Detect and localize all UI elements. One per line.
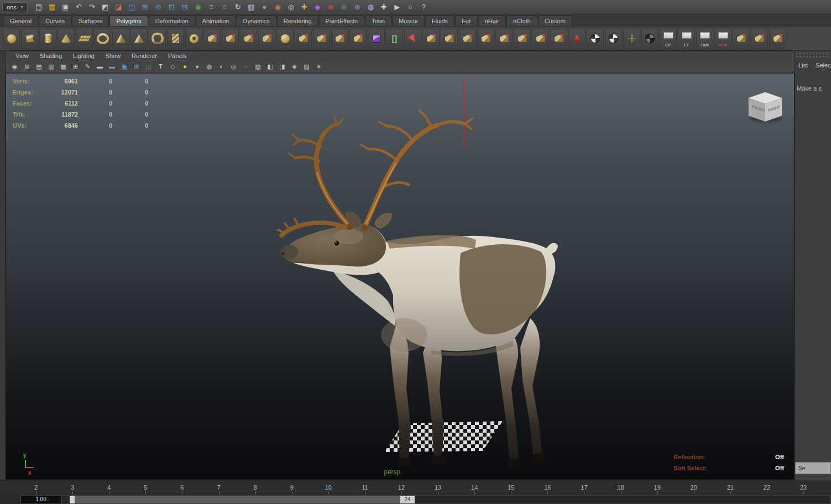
toolbar-render-settings-button[interactable]: ◎: [285, 2, 297, 13]
toolbar-symmetry-x-button[interactable]: ⊕: [325, 2, 337, 13]
panel-drag-handle[interactable]: [796, 56, 830, 57]
shelf-quadrangulate-button[interactable]: [331, 29, 348, 49]
tab-toon[interactable]: Toon: [365, 15, 391, 26]
toolbar-open-render-view-button[interactable]: ▥: [245, 2, 258, 13]
time-slider[interactable]: 2 3 4 5 6 7 8: [0, 480, 831, 494]
shelf-ft-button[interactable]: FT: [678, 29, 695, 49]
frame-tick[interactable]: 22: [749, 480, 785, 494]
shelf-offset-edge-loop-button[interactable]: [532, 29, 549, 49]
current-time-field[interactable]: 1.00: [21, 496, 61, 503]
shelf-triangulate-button[interactable]: [313, 29, 330, 49]
panel-menu-lighting[interactable]: Lighting: [67, 53, 100, 59]
shelf-clipboard-axis-button[interactable]: [623, 29, 640, 49]
shelf-cut-faces-button[interactable]: [477, 29, 494, 49]
shelf-poly-plane-button[interactable]: [76, 29, 93, 49]
panel-menu-show[interactable]: Show: [100, 53, 127, 59]
panel-lock-camera-button[interactable]: ⊠: [21, 62, 33, 72]
toolbar-input-connections-button[interactable]: ≡: [205, 2, 218, 13]
range-end-handle[interactable]: 24: [400, 496, 415, 503]
panel-safe-action-button[interactable]: ◫: [143, 62, 154, 72]
toolbar-quick-render-button[interactable]: ●: [258, 2, 271, 13]
panel-shadows-button[interactable]: ◐: [216, 62, 227, 72]
panel-drag-handle[interactable]: [796, 53, 830, 54]
right-panel-menu-select[interactable]: Select: [816, 62, 831, 69]
panel-gate-mask-button[interactable]: ▣: [118, 62, 130, 72]
panel-textured-button[interactable]: ◍: [203, 62, 215, 72]
shelf-subdiv-proxy-button[interactable]: [368, 29, 385, 49]
toolbar-construction-history-button[interactable]: ↻: [232, 2, 244, 13]
tab-nhair[interactable]: nHair: [478, 15, 506, 26]
panel-menu-renderer[interactable]: Renderer: [126, 53, 163, 59]
shelf-poly-pipe-button[interactable]: [149, 29, 166, 49]
frame-tick[interactable]: 9: [274, 480, 310, 494]
frame-tick[interactable]: 10: [310, 480, 347, 494]
toolbar-camera-view-button[interactable]: ▶: [391, 2, 404, 13]
frame-tick[interactable]: 19: [639, 480, 676, 494]
shelf-bridge-button[interactable]: [441, 29, 458, 49]
frame-tick[interactable]: 17: [566, 480, 602, 494]
toolbar-select-hierarchy-button[interactable]: ◩: [99, 2, 112, 13]
panel-field-chart-button[interactable]: ⊞: [130, 62, 142, 72]
frame-tick[interactable]: 11: [347, 480, 383, 494]
panel-camera-attributes-button[interactable]: ▤: [33, 62, 45, 72]
toolbar-symmetry-y-button[interactable]: ⊕: [338, 2, 351, 13]
shelf-crease-tool-button[interactable]: [386, 29, 403, 49]
shelf-quad-draw-button[interactable]: [733, 29, 750, 49]
frame-tick[interactable]: 6: [164, 480, 200, 494]
tab-animation[interactable]: Animation: [196, 15, 236, 26]
range-slider-track[interactable]: 24: [62, 496, 830, 503]
toolbar-redo-button[interactable]: ↷: [86, 2, 98, 13]
frame-tick[interactable]: 13: [420, 480, 456, 494]
menu-set-dropdown[interactable]: ons ▾: [2, 2, 28, 12]
toolbar-select-component-button[interactable]: ◫: [126, 2, 138, 13]
toolbar-snap-to-plane-button[interactable]: ⊟: [179, 2, 191, 13]
panel-motion-blur-button[interactable]: ◌: [240, 62, 252, 72]
toolbar-help-button[interactable]: ?: [417, 2, 430, 13]
right-panel-button[interactable]: Se: [795, 462, 831, 474]
toolbar-select-object-button[interactable]: ◪: [112, 2, 125, 13]
tab-deformation[interactable]: Deformation: [149, 15, 195, 26]
view-cube[interactable]: FRONT RIGHT: [745, 90, 785, 124]
frame-tick[interactable]: 15: [493, 480, 529, 494]
shelf-interactive-split-button[interactable]: [495, 29, 513, 49]
tab-ncloth[interactable]: nCloth: [506, 15, 537, 26]
panel-two-d-pan-zoom-button[interactable]: ⊞: [70, 62, 81, 72]
tab-dynamics[interactable]: Dynamics: [237, 15, 276, 26]
tab-muscle[interactable]: Muscle: [392, 15, 425, 26]
toolbar-snap-to-curve-button[interactable]: ⊘: [152, 2, 165, 13]
frame-tick[interactable]: 23: [785, 480, 822, 494]
shelf-poly-sphere-button[interactable]: [3, 29, 20, 49]
shelf-history-button[interactable]: Hist: [714, 29, 731, 49]
tab-custom[interactable]: Custom: [538, 15, 572, 26]
shelf-poly-torus-button[interactable]: [94, 29, 111, 49]
shelf-insert-edge-loop-button[interactable]: [514, 29, 531, 49]
frame-tick[interactable]: 20: [676, 480, 712, 494]
right-panel-menu-list[interactable]: List: [798, 62, 808, 69]
shelf-booleans-button[interactable]: [258, 29, 275, 49]
panel-safe-title-button[interactable]: T: [155, 62, 166, 72]
panel-use-all-lights-button[interactable]: ●: [179, 62, 191, 72]
frame-tick[interactable]: 7: [200, 480, 237, 494]
range-slider-range[interactable]: 24: [70, 496, 415, 503]
shelf-poly-pyramid-button[interactable]: [130, 29, 148, 49]
frame-tick[interactable]: 14: [456, 480, 493, 494]
tab-fur[interactable]: Fur: [455, 15, 478, 26]
panel-select-camera-button[interactable]: ◉: [9, 62, 20, 72]
panel-smooth-shade-button[interactable]: ●: [191, 62, 203, 72]
panel-default-material-button[interactable]: ▨: [301, 62, 312, 72]
toolbar-save-scene-button[interactable]: ▣: [59, 2, 72, 13]
toolbar-soft-modification-button[interactable]: ◍: [364, 2, 377, 13]
panel-film-gate-button[interactable]: ▬: [94, 62, 106, 72]
toolbar-hypershade-button[interactable]: ◆: [311, 2, 324, 13]
toolbar-ipr-render-button[interactable]: ◉: [271, 2, 284, 13]
shelf-combine-button[interactable]: [203, 29, 221, 49]
toolbar-open-scene-button[interactable]: ▦: [46, 2, 59, 13]
shelf-select-arrow-button[interactable]: [404, 29, 421, 49]
shelf-add-divisions-button[interactable]: [550, 29, 567, 49]
panel-wireframe-button[interactable]: ◇: [167, 62, 179, 72]
shelf-separate-button[interactable]: [222, 29, 239, 49]
toolbar-snap-to-point-button[interactable]: ⊡: [165, 2, 178, 13]
shelf-smooth-button[interactable]: [276, 29, 294, 49]
tab-surfaces[interactable]: Surfaces: [72, 15, 109, 26]
panel-menu-panels[interactable]: Panels: [163, 53, 192, 59]
